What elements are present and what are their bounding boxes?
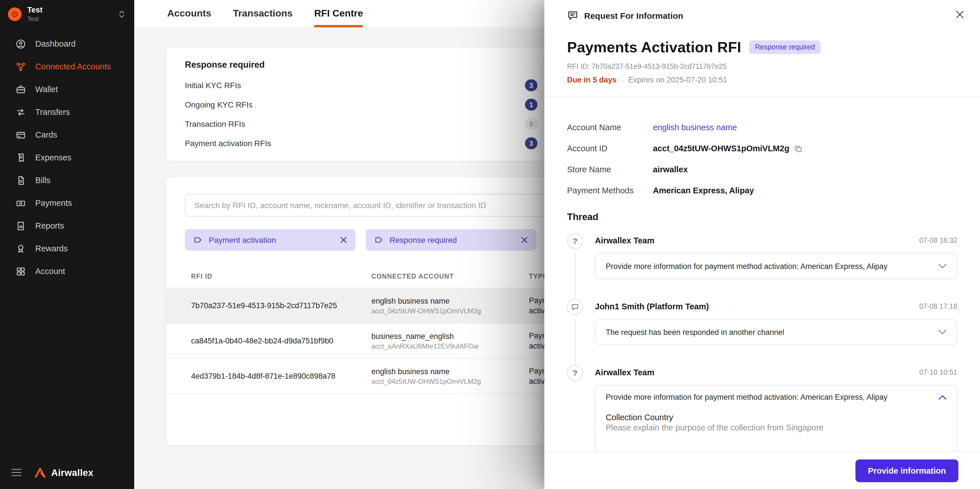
rfi-question-title: Collection Country xyxy=(606,413,947,422)
filter-chip-payment-activation[interactable]: Payment activation xyxy=(185,229,355,251)
summary-row-label: Initial KYC RFIs xyxy=(185,81,241,90)
remove-filter-icon[interactable] xyxy=(340,237,347,243)
collapse-sidebar-icon[interactable] xyxy=(11,468,22,476)
sidebar-item-reports[interactable]: Reports xyxy=(0,214,134,237)
status-badge: Response required xyxy=(749,40,821,54)
tab-label: Accounts xyxy=(167,8,211,19)
filter-chip-label: Payment activation xyxy=(209,235,276,244)
tab-accounts[interactable]: Accounts xyxy=(167,0,211,27)
sidebar-footer: Airwallex xyxy=(0,456,134,489)
thread-message[interactable]: The request has been responded in anothe… xyxy=(595,319,957,345)
filter-chips: Payment activation Response required xyxy=(185,229,601,251)
drawer-header-title: Request For Information xyxy=(584,11,683,20)
rfi-id-cell: 4ed379b1-184b-4d8f-871e-1e890c898a78 xyxy=(191,372,371,380)
sidebar-item-bills[interactable]: Bills xyxy=(0,169,134,192)
search-input[interactable] xyxy=(194,201,573,210)
airwallex-logo: Airwallex xyxy=(34,467,94,478)
field-account-id: Account ID acct_04z5tUW-OHWS1pOmiVLM2g xyxy=(567,143,957,154)
summary-row-transaction[interactable]: Transaction RFIs 0 xyxy=(185,114,601,133)
summary-row-payment-activation[interactable]: Payment activation RFIs 3 xyxy=(185,133,601,153)
transfers-icon xyxy=(15,106,26,117)
sidebar-item-connected-accounts[interactable]: Connected Accounts xyxy=(0,55,134,78)
account-id-cell: acct_aAnRXaU8MIe12EV9ufAFGw xyxy=(371,342,529,350)
copy-icon[interactable] xyxy=(794,144,803,153)
request-info-icon xyxy=(567,10,578,21)
due-text: Due in 5 days xyxy=(567,76,617,84)
question-icon: ? xyxy=(567,233,583,249)
wallet-icon xyxy=(15,84,26,95)
field-label: Payment Methods xyxy=(567,185,653,196)
filter-tag-icon xyxy=(193,235,202,244)
tab-transactions[interactable]: Transactions xyxy=(233,0,293,27)
summary-row-label: Payment activation RFIs xyxy=(185,139,271,148)
field-label: Store Name xyxy=(567,164,653,175)
thread-author: John1 Smith (Platform Team) xyxy=(595,302,709,311)
account-name-link[interactable]: english business name xyxy=(653,122,737,133)
account-name-cell: english business name xyxy=(371,367,529,376)
thread: ? Airwallex Team 07-08 16:32 Provide mor… xyxy=(567,235,957,467)
org-avatar-icon xyxy=(11,10,19,18)
sidebar-menu: Dashboard Connected Accounts Wallet Tran… xyxy=(0,32,134,283)
thread-entry: John1 Smith (Platform Team) 07-08 17:18 … xyxy=(567,301,957,345)
account-id-cell: acct_04z5tUW-OHWS1pOmiVLM2g xyxy=(371,377,529,385)
sidebar-item-label: Rewards xyxy=(35,244,68,253)
tab-label: Transactions xyxy=(233,8,293,19)
org-switcher[interactable]: Test Test xyxy=(0,0,134,27)
summary-card-title: Response required xyxy=(185,60,601,70)
sidebar-item-payments[interactable]: Payments xyxy=(0,192,134,214)
count-badge: 3 xyxy=(525,79,538,91)
rfi-id-cell: ca845f1a-0b40-48e2-bb24-d9da751bf9b0 xyxy=(191,337,371,345)
thread-entry: ? Airwallex Team 07-08 16:32 Provide mor… xyxy=(567,235,957,279)
summary-row-label: Transaction RFIs xyxy=(185,119,245,129)
app-window: Test Test Dashboard Connected Accounts W… xyxy=(0,0,980,489)
sidebar-item-rewards[interactable]: Rewards xyxy=(0,237,134,260)
thread-author: Airwallex Team xyxy=(595,236,654,245)
sidebar-item-account[interactable]: Account xyxy=(0,260,134,283)
field-label: Account Name xyxy=(567,122,653,133)
remove-filter-icon[interactable] xyxy=(521,237,528,243)
sidebar-item-label: Reports xyxy=(35,221,64,230)
field-payment-methods: Payment Methods American Express, Alipay xyxy=(567,185,957,196)
drawer-body: Account Name english business name Accou… xyxy=(544,98,980,489)
thread-timestamp: 07-10 10:51 xyxy=(920,368,957,376)
filter-chip-response-required[interactable]: Response required xyxy=(366,229,536,251)
field-store-name: Store Name airwallex xyxy=(567,164,957,175)
provide-information-button[interactable]: Provide information xyxy=(856,459,958,482)
sidebar-item-label: Transfers xyxy=(35,108,70,117)
thread-message-text: Provide more information for payment met… xyxy=(606,262,887,270)
field-label: Account ID xyxy=(567,143,653,154)
separator-dot: · xyxy=(621,76,624,84)
sidebar-item-cards[interactable]: Cards xyxy=(0,123,134,146)
summary-row-label: Ongoing KYC RFIs xyxy=(185,100,253,109)
filter-tag-icon xyxy=(374,235,383,244)
cards-icon xyxy=(15,129,26,140)
sidebar-item-dashboard[interactable]: Dashboard xyxy=(0,32,134,55)
org-subtitle: Test xyxy=(27,15,43,22)
chevron-down-icon[interactable] xyxy=(939,264,947,268)
filter-chip-label: Response required xyxy=(390,235,457,244)
org-switcher-chevron-icon[interactable] xyxy=(118,10,125,19)
rfi-detail-drawer: Request For Information Payments Activat… xyxy=(544,0,980,489)
summary-row-initial-kyc[interactable]: Initial KYC RFIs 3 xyxy=(185,76,601,95)
store-name-value: airwallex xyxy=(653,164,688,175)
sidebar-item-label: Bills xyxy=(35,176,50,185)
sidebar-item-label: Dashboard xyxy=(35,39,76,48)
count-badge: 3 xyxy=(525,137,538,149)
column-header-rfi-id: RFI ID xyxy=(191,273,371,279)
org-avatar xyxy=(8,7,22,21)
rfi-id-line: RFI ID: 7b70a237-51e9-4513-915b-2cd7117b… xyxy=(567,62,964,70)
thread-message-text: Provide more information for payment met… xyxy=(606,393,887,402)
payments-icon xyxy=(15,198,26,208)
tab-rfi-centre[interactable]: RFI Centre xyxy=(314,0,363,27)
chevron-down-icon[interactable] xyxy=(939,330,947,334)
close-icon[interactable] xyxy=(955,9,965,20)
sidebar-item-expenses[interactable]: Expenses xyxy=(0,146,134,169)
thread-message[interactable]: Provide more information for payment met… xyxy=(595,253,957,279)
chevron-up-icon[interactable] xyxy=(939,395,947,399)
airwallex-logo-mark xyxy=(34,467,47,478)
sidebar-item-wallet[interactable]: Wallet xyxy=(0,78,134,101)
sidebar-item-transfers[interactable]: Transfers xyxy=(0,101,134,123)
summary-row-ongoing-kyc[interactable]: Ongoing KYC RFIs 1 xyxy=(185,95,601,114)
org-name: Test xyxy=(27,6,43,14)
sidebar: Test Test Dashboard Connected Accounts W… xyxy=(0,0,134,489)
